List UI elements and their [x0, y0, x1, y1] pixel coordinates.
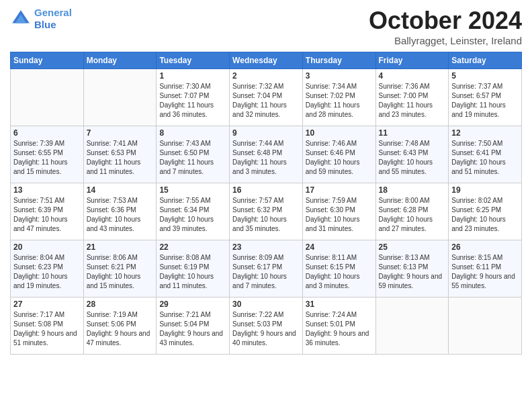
day-info: Sunrise: 7:21 AMSunset: 5:04 PMDaylight:… — [159, 310, 226, 348]
calendar-cell: 2Sunrise: 7:32 AMSunset: 7:04 PMDaylight… — [230, 69, 303, 126]
day-info: Sunrise: 7:55 AMSunset: 6:34 PMDaylight:… — [159, 196, 226, 234]
day-info: Sunrise: 7:50 AMSunset: 6:41 PMDaylight:… — [451, 139, 519, 177]
calendar-cell: 3Sunrise: 7:34 AMSunset: 7:02 PMDaylight… — [302, 69, 375, 126]
day-number: 2 — [232, 71, 300, 81]
calendar-cell: 26Sunrise: 8:15 AMSunset: 6:11 PMDayligh… — [449, 240, 522, 298]
day-number: 16 — [232, 185, 300, 195]
calendar-cell: 13Sunrise: 7:51 AMSunset: 6:39 PMDayligh… — [11, 183, 84, 240]
calendar-cell: 29Sunrise: 7:21 AMSunset: 5:04 PMDayligh… — [157, 298, 230, 355]
calendar-cell: 6Sunrise: 7:39 AMSunset: 6:55 PMDaylight… — [11, 126, 84, 183]
day-info: Sunrise: 8:04 AMSunset: 6:23 PMDaylight:… — [13, 253, 81, 291]
day-number: 14 — [87, 185, 154, 195]
calendar-cell: 11Sunrise: 7:48 AMSunset: 6:43 PMDayligh… — [375, 126, 449, 183]
calendar-cell: 15Sunrise: 7:55 AMSunset: 6:34 PMDayligh… — [157, 183, 230, 240]
day-number: 6 — [13, 128, 81, 138]
calendar-cell: 30Sunrise: 7:22 AMSunset: 5:03 PMDayligh… — [230, 298, 303, 355]
week-row-3: 13Sunrise: 7:51 AMSunset: 6:39 PMDayligh… — [11, 183, 522, 240]
day-info: Sunrise: 7:51 AMSunset: 6:39 PMDaylight:… — [13, 196, 81, 234]
day-info: Sunrise: 7:17 AMSunset: 5:08 PMDaylight:… — [13, 310, 81, 348]
day-number: 13 — [13, 185, 81, 195]
header-row: SundayMondayTuesdayWednesdayThursdayFrid… — [11, 52, 522, 69]
day-info: Sunrise: 7:22 AMSunset: 5:03 PMDaylight:… — [232, 310, 300, 348]
day-number: 18 — [379, 185, 446, 195]
day-info: Sunrise: 7:46 AMSunset: 6:46 PMDaylight:… — [306, 139, 373, 177]
day-info: Sunrise: 8:15 AMSunset: 6:11 PMDaylight:… — [451, 253, 519, 291]
calendar-table: SundayMondayTuesdayWednesdayThursdayFrid… — [10, 52, 522, 355]
day-number: 25 — [379, 242, 446, 252]
calendar-cell: 10Sunrise: 7:46 AMSunset: 6:46 PMDayligh… — [302, 126, 375, 183]
week-row-2: 6Sunrise: 7:39 AMSunset: 6:55 PMDaylight… — [11, 126, 522, 183]
calendar-cell — [449, 298, 522, 355]
day-number: 5 — [451, 71, 519, 81]
day-number: 26 — [451, 242, 519, 252]
week-row-4: 20Sunrise: 8:04 AMSunset: 6:23 PMDayligh… — [11, 240, 522, 298]
calendar-cell: 20Sunrise: 8:04 AMSunset: 6:23 PMDayligh… — [11, 240, 84, 298]
calendar-cell: 19Sunrise: 8:02 AMSunset: 6:25 PMDayligh… — [449, 183, 522, 240]
day-number: 31 — [306, 300, 373, 309]
calendar-cell: 5Sunrise: 7:37 AMSunset: 6:57 PMDaylight… — [449, 69, 522, 126]
calendar-cell: 21Sunrise: 8:06 AMSunset: 6:21 PMDayligh… — [83, 240, 157, 298]
page-header: General Blue October 2024 Ballyragget, L… — [10, 7, 522, 46]
week-row-5: 27Sunrise: 7:17 AMSunset: 5:08 PMDayligh… — [11, 298, 522, 355]
day-info: Sunrise: 8:00 AMSunset: 6:28 PMDaylight:… — [379, 196, 446, 234]
day-info: Sunrise: 8:13 AMSunset: 6:13 PMDaylight:… — [379, 253, 446, 291]
day-number: 9 — [232, 128, 300, 138]
calendar-cell: 23Sunrise: 8:09 AMSunset: 6:17 PMDayligh… — [230, 240, 303, 298]
calendar-cell: 27Sunrise: 7:17 AMSunset: 5:08 PMDayligh… — [11, 298, 84, 355]
day-info: Sunrise: 8:02 AMSunset: 6:25 PMDaylight:… — [451, 196, 519, 234]
column-header-tuesday: Tuesday — [157, 52, 230, 69]
day-number: 20 — [13, 242, 81, 252]
day-number: 23 — [232, 242, 300, 252]
day-info: Sunrise: 7:32 AMSunset: 7:04 PMDaylight:… — [232, 82, 300, 120]
day-number: 29 — [159, 300, 226, 309]
logo-icon — [10, 8, 32, 30]
day-number: 7 — [87, 128, 154, 138]
location: Ballyragget, Leinster, Ireland — [369, 35, 522, 46]
title-block: October 2024 Ballyragget, Leinster, Irel… — [369, 7, 522, 46]
logo-line2: Blue — [34, 19, 56, 30]
week-row-1: 1Sunrise: 7:30 AMSunset: 7:07 PMDaylight… — [11, 69, 522, 126]
column-header-friday: Friday — [375, 52, 449, 69]
day-info: Sunrise: 7:36 AMSunset: 7:00 PMDaylight:… — [379, 82, 446, 120]
day-number: 28 — [87, 300, 154, 309]
calendar-cell: 12Sunrise: 7:50 AMSunset: 6:41 PMDayligh… — [449, 126, 522, 183]
column-header-thursday: Thursday — [302, 52, 375, 69]
day-info: Sunrise: 7:24 AMSunset: 5:01 PMDaylight:… — [306, 310, 373, 348]
calendar-cell: 4Sunrise: 7:36 AMSunset: 7:00 PMDaylight… — [375, 69, 449, 126]
logo-line1: General — [34, 7, 72, 18]
day-number: 15 — [159, 185, 226, 195]
day-number: 22 — [159, 242, 226, 252]
day-info: Sunrise: 7:30 AMSunset: 7:07 PMDaylight:… — [159, 82, 226, 120]
calendar-cell: 22Sunrise: 8:08 AMSunset: 6:19 PMDayligh… — [157, 240, 230, 298]
day-info: Sunrise: 8:08 AMSunset: 6:19 PMDaylight:… — [159, 253, 226, 291]
day-number: 10 — [306, 128, 373, 138]
day-number: 27 — [13, 300, 81, 309]
logo-text: General Blue — [34, 7, 72, 31]
day-info: Sunrise: 7:44 AMSunset: 6:48 PMDaylight:… — [232, 139, 300, 177]
calendar-cell: 28Sunrise: 7:19 AMSunset: 5:06 PMDayligh… — [83, 298, 157, 355]
day-info: Sunrise: 7:43 AMSunset: 6:50 PMDaylight:… — [159, 139, 226, 177]
column-header-wednesday: Wednesday — [230, 52, 303, 69]
column-header-saturday: Saturday — [449, 52, 522, 69]
calendar-cell: 31Sunrise: 7:24 AMSunset: 5:01 PMDayligh… — [302, 298, 375, 355]
calendar-cell: 8Sunrise: 7:43 AMSunset: 6:50 PMDaylight… — [157, 126, 230, 183]
day-number: 24 — [306, 242, 373, 252]
day-number: 8 — [159, 128, 226, 138]
calendar-cell: 9Sunrise: 7:44 AMSunset: 6:48 PMDaylight… — [230, 126, 303, 183]
calendar-cell: 14Sunrise: 7:53 AMSunset: 6:36 PMDayligh… — [83, 183, 157, 240]
day-info: Sunrise: 7:37 AMSunset: 6:57 PMDaylight:… — [451, 82, 519, 120]
day-number: 21 — [87, 242, 154, 252]
day-info: Sunrise: 7:48 AMSunset: 6:43 PMDaylight:… — [379, 139, 446, 177]
calendar-cell: 16Sunrise: 7:57 AMSunset: 6:32 PMDayligh… — [230, 183, 303, 240]
day-info: Sunrise: 8:11 AMSunset: 6:15 PMDaylight:… — [306, 253, 373, 291]
calendar-cell — [83, 69, 157, 126]
calendar-cell: 18Sunrise: 8:00 AMSunset: 6:28 PMDayligh… — [375, 183, 449, 240]
day-number: 1 — [159, 71, 226, 81]
calendar-cell — [375, 298, 449, 355]
day-number: 17 — [306, 185, 373, 195]
calendar-cell: 25Sunrise: 8:13 AMSunset: 6:13 PMDayligh… — [375, 240, 449, 298]
day-info: Sunrise: 7:57 AMSunset: 6:32 PMDaylight:… — [232, 196, 300, 234]
logo: General Blue — [10, 7, 72, 31]
day-info: Sunrise: 7:53 AMSunset: 6:36 PMDaylight:… — [87, 196, 154, 234]
day-number: 11 — [379, 128, 446, 138]
